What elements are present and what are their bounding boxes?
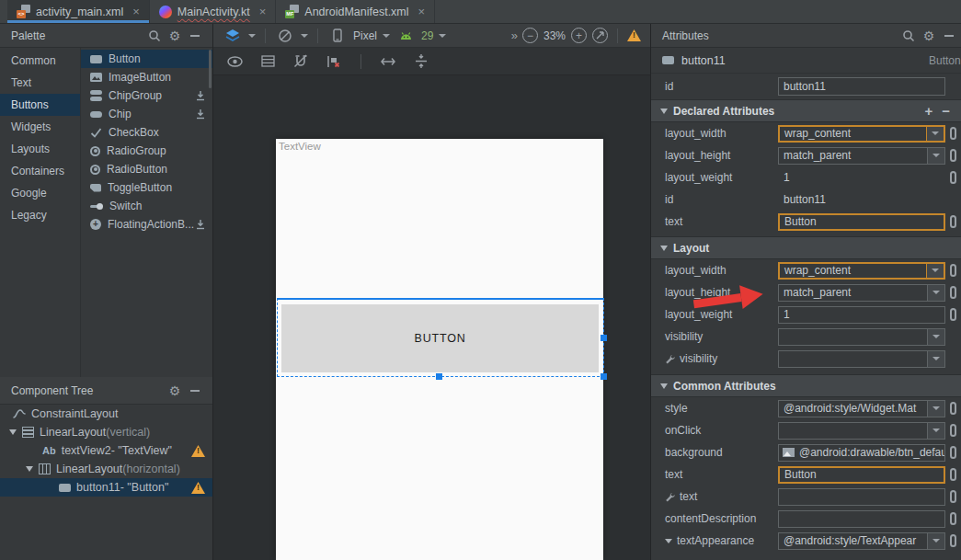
minimize-icon[interactable] (185, 27, 205, 45)
resource-flag-icon[interactable] (950, 446, 956, 459)
chevron-down-icon[interactable] (439, 34, 446, 38)
resize-handle-corner[interactable] (601, 373, 607, 380)
chevron-down-icon[interactable] (248, 34, 256, 38)
palette-item-radiogroup[interactable]: RadioGroup (81, 142, 212, 160)
view-options-eye-icon[interactable] (224, 52, 245, 71)
layout-width-dropdown[interactable]: wrap_content (778, 125, 945, 143)
layout-weight-value[interactable]: 1 (778, 169, 945, 187)
blueprint-rows-icon[interactable] (257, 52, 278, 71)
tree-node-linearlayout-vertical[interactable]: LinearLayout(vertical) (0, 423, 212, 441)
expand-arrow-icon[interactable] (9, 429, 17, 435)
chevron-down-icon[interactable] (383, 34, 390, 38)
tools-text-input[interactable] (778, 488, 945, 506)
palette-item-imagebutton[interactable]: ImageButton (81, 68, 212, 86)
resource-flag-icon[interactable] (950, 149, 956, 162)
zoom-out-button[interactable]: − (522, 28, 538, 43)
infer-constraints-icon[interactable] (378, 52, 398, 71)
design-surface-mode-icon[interactable] (223, 27, 243, 45)
tab-mainactivity-kt[interactable]: MainActivity.kt × (150, 0, 277, 23)
category-text[interactable]: Text (0, 72, 80, 94)
section-declared-attributes[interactable]: Declared Attributes + − (651, 99, 961, 122)
tab-androidmanifest-xml[interactable]: MF AndroidManifest.xml × (276, 0, 435, 23)
category-buttons[interactable]: Buttons (0, 94, 80, 116)
download-icon[interactable] (195, 90, 206, 101)
resource-flag-icon[interactable] (950, 424, 956, 437)
minimize-icon[interactable] (939, 27, 959, 45)
section-common-attributes[interactable]: Common Attributes (651, 374, 961, 397)
resource-flag-icon[interactable] (950, 215, 956, 228)
palette-item-button[interactable]: Button (81, 50, 212, 68)
tools-visibility-dropdown[interactable] (778, 350, 945, 368)
layout-width-dropdown[interactable]: wrap_content (778, 262, 945, 280)
resource-flag-icon[interactable] (950, 402, 956, 415)
device-selector[interactable]: Pixel (353, 29, 377, 42)
palette-scrollbar[interactable] (209, 50, 212, 88)
tree-node-constraintlayout[interactable]: ConstraintLayout (0, 405, 212, 423)
section-layout[interactable]: Layout (651, 236, 961, 259)
palette-item-checkbox[interactable]: CheckBox (81, 123, 212, 142)
tree-node-textview2[interactable]: Ab textView2- "TextView" (0, 441, 212, 460)
palette-item-floatingactionbutton[interactable]: + FloatingActionB... (81, 215, 212, 234)
layout-height-dropdown[interactable]: match_parent (778, 147, 945, 165)
clear-constraints-icon[interactable] (324, 52, 344, 71)
category-google[interactable]: Google (0, 182, 80, 204)
canvas-textview[interactable]: TextView (279, 141, 321, 152)
category-legacy[interactable]: Legacy (0, 204, 80, 226)
zoom-to-fit-button[interactable] (592, 28, 608, 43)
resource-flag-icon[interactable] (950, 171, 956, 184)
resource-flag-icon[interactable] (950, 534, 956, 547)
category-containers[interactable]: Containers (0, 160, 80, 182)
category-layouts[interactable]: Layouts (0, 138, 80, 160)
autoconnect-off-magnet-icon[interactable] (291, 52, 311, 71)
palette-item-switch[interactable]: Switch (81, 197, 212, 215)
resource-flag-icon[interactable] (950, 127, 956, 140)
search-icon[interactable] (898, 27, 919, 45)
id-input[interactable]: button11 (778, 77, 945, 96)
style-dropdown[interactable]: @android:style/Widget.Mat (778, 400, 945, 417)
palette-item-chip[interactable]: Chip (81, 105, 212, 123)
gear-icon[interactable]: ⚙ (919, 27, 939, 45)
gear-icon[interactable]: ⚙ (165, 27, 185, 45)
visibility-dropdown[interactable] (778, 328, 945, 346)
expand-arrow-icon[interactable] (665, 539, 672, 543)
toolbar-overflow-chevron[interactable]: » (511, 29, 517, 42)
resize-handle-right[interactable] (601, 335, 607, 341)
contentdescription-input[interactable] (778, 510, 945, 528)
default-margins-icon[interactable] (411, 52, 431, 71)
category-widgets[interactable]: Widgets (0, 116, 80, 138)
resource-flag-icon[interactable] (950, 264, 956, 277)
search-icon[interactable] (144, 27, 165, 45)
resource-flag-icon[interactable] (950, 490, 956, 503)
text-input[interactable]: Button (778, 213, 945, 231)
warning-icon[interactable] (191, 482, 205, 494)
canvas-button[interactable]: BUTTON (281, 304, 599, 372)
close-icon[interactable]: × (132, 5, 140, 18)
api-level-selector[interactable]: 29 (421, 29, 433, 42)
category-common[interactable]: Common (0, 50, 80, 72)
palette-item-togglebutton[interactable]: ToggleButton (81, 178, 212, 197)
layout-height-dropdown[interactable]: match_parent (778, 284, 945, 302)
selected-layout-bounds[interactable]: BUTTON (277, 298, 604, 377)
tree-node-button11[interactable]: button11- "Button" (0, 478, 212, 497)
id-value[interactable]: button11 (778, 191, 945, 209)
textappearance-dropdown[interactable]: @android:style/TextAppear (778, 532, 945, 550)
expand-arrow-icon[interactable] (26, 466, 33, 472)
onclick-dropdown[interactable] (778, 422, 945, 440)
download-icon[interactable] (195, 109, 206, 120)
resize-handle-bottom[interactable] (436, 373, 442, 380)
layout-weight-input[interactable]: 1 (778, 306, 945, 324)
minimize-icon[interactable] (185, 382, 205, 400)
background-input[interactable]: @android:drawable/btn_defau (778, 444, 945, 462)
resource-flag-icon[interactable] (950, 512, 956, 525)
zoom-in-button[interactable]: + (571, 28, 587, 43)
close-icon[interactable]: × (418, 5, 426, 18)
resource-flag-icon[interactable] (950, 468, 956, 481)
close-icon[interactable]: × (259, 5, 267, 18)
palette-item-radiobutton[interactable]: RadioButton (81, 160, 212, 178)
warning-icon[interactable] (191, 445, 205, 457)
palette-item-chipgroup[interactable]: ChipGroup (81, 86, 212, 105)
resource-flag-icon[interactable] (950, 308, 956, 321)
download-icon[interactable] (195, 219, 206, 230)
resource-flag-icon[interactable] (950, 286, 956, 299)
orientation-icon[interactable] (275, 27, 295, 45)
